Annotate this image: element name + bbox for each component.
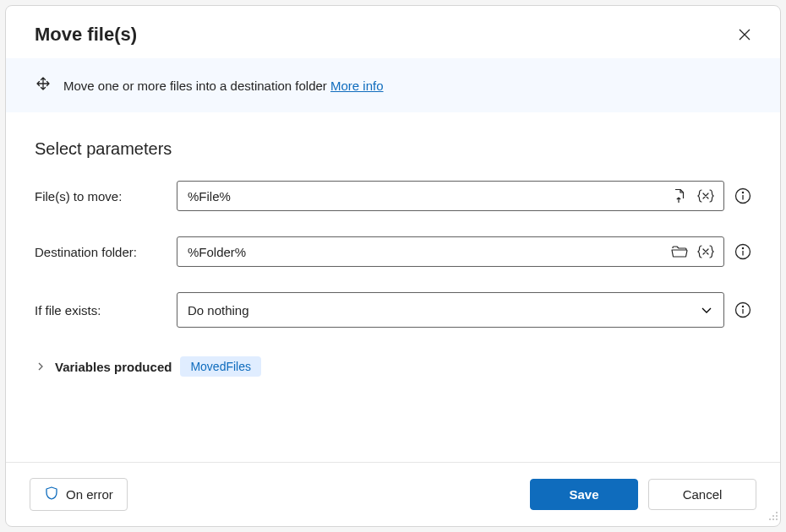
on-error-label: On error — [66, 487, 113, 502]
folder-icon — [671, 243, 688, 260]
section-title: Select parameters — [35, 139, 751, 159]
svg-point-5 — [742, 306, 743, 307]
cancel-button[interactable]: Cancel — [648, 479, 756, 510]
more-info-link[interactable]: More info — [330, 79, 384, 93]
files-label: File(s) to move: — [35, 189, 177, 204]
close-icon — [738, 28, 751, 41]
svg-point-3 — [742, 247, 743, 248]
dialog-footer: On error Save Cancel — [6, 462, 780, 526]
variable-picker-button[interactable] — [695, 242, 717, 262]
exists-select[interactable]: Do nothing — [177, 292, 724, 328]
banner-description: Move one or more files into a destinatio… — [63, 79, 330, 93]
file-picker-button[interactable] — [669, 186, 690, 206]
svg-point-6 — [776, 512, 778, 513]
dest-input-wrap — [177, 236, 724, 267]
variable-icon — [696, 243, 715, 260]
svg-point-9 — [769, 518, 771, 520]
chevron-down-icon — [700, 303, 713, 317]
svg-point-10 — [772, 518, 774, 520]
variable-picker-button[interactable] — [695, 186, 717, 206]
param-if-file-exists: If file exists: Do nothing — [35, 292, 751, 328]
files-input[interactable] — [188, 189, 664, 204]
banner-text: Move one or more files into a destinatio… — [63, 79, 384, 93]
files-input-wrap — [177, 181, 724, 211]
file-picker-icon — [671, 187, 688, 204]
files-info-button[interactable] — [734, 187, 751, 204]
param-destination-folder: Destination folder: — [35, 236, 751, 267]
svg-point-1 — [742, 192, 743, 193]
info-icon — [734, 301, 751, 318]
folder-picker-button[interactable] — [669, 242, 690, 262]
param-files-to-move: File(s) to move: — [35, 181, 751, 211]
chevron-right-icon — [35, 361, 46, 372]
footer-actions: Save Cancel — [530, 479, 756, 510]
dialog-title: Move file(s) — [35, 24, 137, 46]
variable-chip-movedfiles[interactable]: MovedFiles — [180, 356, 261, 377]
svg-point-7 — [772, 515, 774, 517]
move-icon — [35, 75, 52, 95]
dest-info-button[interactable] — [734, 243, 751, 260]
info-icon — [734, 243, 751, 260]
close-button[interactable] — [733, 23, 756, 46]
description-banner: Move one or more files into a destinatio… — [6, 58, 780, 112]
on-error-button[interactable]: On error — [30, 478, 128, 511]
variables-label: Variables produced — [55, 360, 172, 374]
variable-icon — [696, 187, 715, 204]
dest-input[interactable] — [188, 245, 664, 259]
dialog-header: Move file(s) — [6, 6, 780, 58]
info-icon — [734, 187, 751, 204]
exists-value: Do nothing — [188, 303, 249, 318]
exists-label: If file exists: — [35, 303, 177, 318]
svg-point-8 — [776, 515, 778, 517]
variables-produced-row: Variables produced MovedFiles — [35, 353, 751, 377]
shield-icon — [44, 486, 59, 503]
exists-info-button[interactable] — [734, 301, 751, 318]
svg-point-11 — [776, 518, 778, 520]
dest-label: Destination folder: — [35, 245, 177, 259]
move-files-dialog: Move file(s) Move one or more files into… — [5, 5, 781, 527]
resize-grip[interactable] — [768, 509, 778, 524]
dialog-content: Select parameters File(s) to move: — [6, 112, 780, 462]
variables-expand-toggle[interactable] — [35, 361, 46, 372]
save-button[interactable]: Save — [530, 479, 638, 510]
